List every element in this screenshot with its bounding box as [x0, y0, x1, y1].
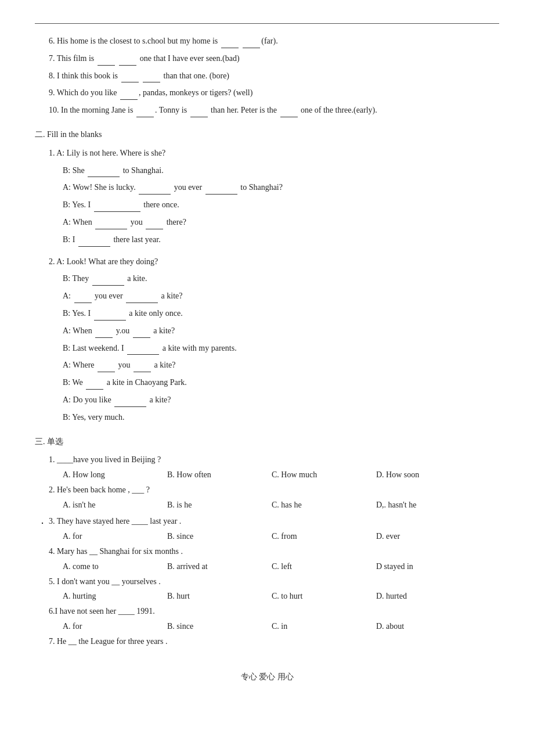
- q2-a3: A: When y.ou a kite?: [35, 324, 499, 338]
- q2-b5: B: Yes, very much.: [35, 411, 499, 424]
- mc-q4-opt-d: D stayed in: [376, 562, 481, 571]
- mc-q5-opt-b: B. hurt: [167, 592, 272, 601]
- blank-q2-b2: [94, 312, 126, 321]
- q2-b2: B: Yes. I a kite only once.: [35, 307, 499, 321]
- mc-q4-options: A. come to B. arrived at C. left D staye…: [35, 562, 499, 571]
- mc-q6-opt-b: B. since: [167, 622, 272, 631]
- top-divider: [35, 23, 499, 24]
- mc-q4-text: 4. Mary has __ Shanghai for six months .: [35, 545, 499, 559]
- blank-q1-a2a: [139, 186, 171, 195]
- blank-q2-b4: [86, 381, 103, 390]
- q2-b3: B: Last weekend. I a kite with my parent…: [35, 341, 499, 355]
- blank-q2-b1: [92, 278, 124, 286]
- mc-q2-options: A. isn't he B. is he C. has he D,. hasn'…: [35, 501, 499, 510]
- mc-q4-opt-a: A. come to: [63, 562, 167, 571]
- mc-q3-row: ． 3. They have stayed here ____ last yea…: [35, 513, 499, 532]
- blank-q2-a2b: [126, 295, 158, 303]
- dot-prefix: ．: [35, 513, 48, 527]
- section-fill-comparative: 6. His home is the closest to s.chool bu…: [35, 34, 499, 117]
- blank-8b: [143, 74, 160, 82]
- mc-q4-opt-b: B. arrived at: [167, 562, 272, 571]
- mc-q1-opt-c: C. How much: [272, 470, 376, 480]
- blank-7a: [98, 57, 115, 66]
- blank-6b: [243, 40, 260, 48]
- mc-q1-text: 1. ____have you lived in Beijing ?: [35, 453, 499, 467]
- q1-b3: B: I there last year.: [35, 233, 499, 247]
- q1-a3: A: When you there?: [35, 215, 499, 229]
- q1-b1: B: She to Shanghai.: [35, 164, 499, 178]
- q2-b1: B: They a kite.: [35, 272, 499, 286]
- blank-q2-b3: [127, 347, 159, 355]
- q2-b4: B: We a kite in Chaoyang Park.: [35, 376, 499, 390]
- q8: 8. I think this book is than that one. (…: [35, 69, 499, 83]
- mc-q6-opt-c: C. in: [272, 622, 376, 631]
- mc-q6-text: 6.I have not seen her ____ 1991.: [35, 604, 499, 618]
- mc-q3-opt-a: A. for: [63, 532, 167, 541]
- blank-8a: [121, 74, 139, 82]
- mc-q5-opt-d: D. hurted: [376, 592, 481, 601]
- q7: 7. This film is one that I have ever see…: [35, 52, 499, 66]
- q1-b2: B: Yes. I there once.: [35, 198, 499, 212]
- mc-q1-opt-d: D. How soon: [376, 470, 481, 480]
- mc-q6-options: A. for B. since C. in D. about: [35, 622, 499, 631]
- q2-a2: A: you ever a kite?: [35, 289, 499, 303]
- q6: 6. His home is the closest to s.chool bu…: [35, 34, 499, 48]
- mc-q1-opt-b: B. How often: [167, 470, 272, 480]
- mc-q2-text: 2. He's been back home , ___ ?: [35, 483, 499, 497]
- mc-q6-opt-d: D. about: [376, 622, 481, 631]
- blank-7b: [119, 57, 136, 66]
- blank-10b: [190, 109, 208, 117]
- mc-q4-opt-c: C. left: [272, 562, 376, 571]
- q1-label: 1. A: Lily is not here. Where is she?: [35, 146, 499, 160]
- mc-q3-text: 3. They have stayed here ____ last year …: [49, 514, 181, 528]
- blank-q2-a3a: [95, 330, 113, 338]
- blank-q1-a3a: [95, 221, 127, 229]
- blank-q2-a5: [114, 399, 146, 407]
- blank-q1-b3: [78, 239, 110, 247]
- blank-6a: [221, 40, 239, 48]
- blank-q1-a3b: [146, 221, 163, 229]
- mc-q6-opt-a: A. for: [63, 622, 167, 631]
- blank-9: [120, 92, 138, 100]
- q2-a5: A: Do you like a kite?: [35, 393, 499, 407]
- mc-q3-opt-c: C. from: [272, 532, 376, 541]
- mc-q5-opt-a: A. hurting: [63, 592, 167, 601]
- q2-a4: A: Where you a kite?: [35, 358, 499, 372]
- mc-q3-options: A. for B. since C. from D. ever: [35, 532, 499, 541]
- blank-q2-a2a: [74, 295, 92, 303]
- q9: 9. Which do you like , pandas, monkeys o…: [35, 86, 499, 100]
- mc-q2-opt-b: B. is he: [167, 501, 272, 510]
- blank-q2-a3b: [133, 330, 150, 338]
- section-three: 三. 单选 1. ____have you lived in Beijing ?…: [35, 435, 499, 649]
- mc-q2-opt-a: A. isn't he: [63, 501, 167, 510]
- q1-a2: A: Wow! She is lucky. you ever to Shangh…: [35, 181, 499, 195]
- mc-q1-options: A. How long B. How often C. How much D. …: [35, 470, 499, 480]
- blank-10c: [280, 109, 298, 117]
- mc-q5-text: 5. I don't want you __ yourselves .: [35, 575, 499, 589]
- mc-q3-opt-b: B. since: [167, 532, 272, 541]
- blank-q2-a4b: [134, 364, 151, 372]
- section-two-title: 二. Fill in the blanks: [35, 128, 499, 142]
- mc-q5-options: A. hurting B. hurt C. to hurt D. hurted: [35, 592, 499, 601]
- q2-label: 2. A: Look! What are they doing?: [35, 255, 499, 269]
- blank-q1-b2: [94, 204, 140, 212]
- mc-q3-opt-d: D. ever: [376, 532, 481, 541]
- blank-10a: [136, 109, 154, 117]
- q10: 10. In the morning Jane is . Tonny is th…: [35, 103, 499, 117]
- footer-text: 专心 爱心 用心: [35, 672, 499, 682]
- mc-q2-opt-d: D,. hasn't he: [376, 501, 481, 510]
- section-three-title: 三. 单选: [35, 435, 499, 449]
- blank-q1-b1: [88, 169, 120, 177]
- mc-q2-opt-c: C. has he: [272, 501, 376, 510]
- section-two: 二. Fill in the blanks 1. A: Lily is not …: [35, 128, 499, 424]
- mc-q5-opt-c: C. to hurt: [272, 592, 376, 601]
- blank-q2-a4a: [98, 364, 115, 372]
- mc-q7-text: 7. He __ the League for three years .: [35, 635, 499, 649]
- blank-q1-a2b: [205, 186, 237, 195]
- mc-q1-opt-a: A. How long: [63, 470, 167, 480]
